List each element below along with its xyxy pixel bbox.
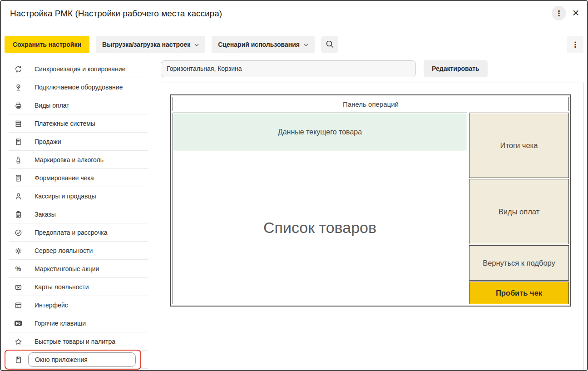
cashiers-icon	[14, 192, 23, 201]
sidebar-item-sync[interactable]: Синхронизация и копирование	[1, 60, 149, 78]
page-title: Настройка РМК (Настройки рабочего места …	[10, 9, 222, 19]
mockup-body: Данные текущего товара Список товаров Ит…	[173, 113, 569, 304]
titlebar: Настройка РМК (Настройки рабочего места …	[1, 1, 587, 29]
sidebar-item-receipt-forming[interactable]: Формирование чека	[1, 169, 149, 187]
sidebar-item-label: Формирование чека	[35, 174, 94, 182]
sidebar-item-label: Кассиры и продавцы	[35, 193, 96, 200]
sidebar-item-hotkeys[interactable]: F6 Горячие клавиши	[1, 314, 149, 332]
sync-icon	[14, 64, 23, 74]
sidebar-item-label: Продажи	[35, 138, 61, 145]
layout-field-row: Редактировать	[161, 60, 584, 77]
sidebar-item-loyalty-server[interactable]: Сервер лояльности	[1, 242, 149, 260]
sidebar-item-label: Платежные системы	[35, 120, 95, 127]
toolbar-more-button[interactable]: ⋮	[567, 36, 583, 53]
sidebar-item-label: Заказы	[35, 211, 56, 218]
mockup-left-column: Данные текущего товара Список товаров	[173, 113, 467, 304]
window-more-button[interactable]: ⋮	[552, 6, 566, 20]
chevron-down-icon	[194, 44, 199, 46]
receipt-totals-area: Итоги чека	[469, 113, 569, 178]
sidebar-item-prepayment[interactable]: Предоплата и рассрочка	[1, 223, 149, 242]
payment-types-area: Виды оплат	[469, 179, 569, 244]
sidebar-item-connected-equipment[interactable]: Подключаемое оборудование	[1, 78, 149, 96]
sidebar-item-label: Горячие клавиши	[35, 320, 86, 327]
sidebar-item-label: Подключаемое оборудование	[35, 84, 123, 91]
sidebar-item-marking-alcohol[interactable]: Маркировка и алкоголь	[1, 151, 149, 169]
chevron-down-icon	[304, 44, 308, 46]
operations-panel-area: Панель операций	[173, 97, 569, 111]
sidebar-item-loyalty-cards[interactable]: Карты лояльности	[1, 278, 149, 296]
sidebar-item-label: Быстрые товары и палитра	[35, 338, 115, 345]
sidebar-item-label: Сервер лояльности	[35, 247, 93, 254]
layout-preview-panel: Панель операций Данные текущего товара С…	[161, 83, 584, 371]
loyalty-cards-icon	[14, 282, 23, 292]
app-window: Настройка РМК (Настройки рабочего места …	[0, 0, 588, 371]
sales-icon	[14, 137, 23, 146]
sidebar-item-payment-systems[interactable]: Платежные системы	[1, 114, 149, 133]
current-item-area: Данные текущего товара	[173, 113, 467, 151]
ring-up-receipt-area: Пробить чек	[469, 282, 569, 304]
interface-icon	[14, 301, 23, 310]
sidebar-item-marketing[interactable]: % Маркетинговые акции	[1, 260, 149, 278]
selected-item-outline: Окно приложения	[28, 352, 136, 367]
export-import-settings-label: Выгрузка/загрузка настроек	[102, 41, 190, 48]
payment-systems-icon	[14, 119, 23, 128]
vertical-ellipsis-icon: ⋮	[555, 9, 563, 18]
window-close-button[interactable]: ×	[568, 5, 583, 20]
payment-kinds-icon	[14, 101, 23, 110]
usage-scenario-dropdown[interactable]: Сценарий использования	[212, 36, 315, 53]
sidebar-item-sales[interactable]: Продажи	[1, 133, 149, 151]
toolbar: Сохранить настройки Выгрузка/загрузка на…	[5, 36, 583, 53]
back-to-selection-area: Вернуться к подбору	[469, 245, 569, 281]
sidebar-item-label: Синхронизация и копирование	[35, 65, 125, 73]
export-import-settings-dropdown[interactable]: Выгрузка/загрузка настроек	[96, 36, 205, 53]
sidebar-item-label: Карты лояльности	[35, 283, 89, 291]
sidebar-item-cashiers[interactable]: Кассиры и продавцы	[1, 187, 149, 205]
quick-goods-icon	[14, 337, 23, 346]
sidebar-item-label: Окно приложения	[35, 356, 88, 363]
sidebar-item-label: Виды оплат	[35, 102, 69, 109]
close-icon: ×	[572, 6, 579, 20]
orders-icon	[14, 210, 23, 219]
product-list-area: Список товаров	[173, 151, 467, 304]
search-button[interactable]	[321, 36, 338, 53]
mockup-right-column: Итоги чека Виды оплат Вернуться к подбор…	[469, 113, 569, 304]
prepayment-icon	[14, 228, 23, 237]
sidebar-item-label: Маркировка и алкоголь	[35, 156, 104, 163]
layout-name-input[interactable]	[161, 60, 416, 77]
percent-icon: %	[14, 264, 23, 273]
save-settings-button[interactable]: Сохранить настройки	[5, 36, 89, 53]
search-icon	[326, 40, 334, 49]
hotkeys-icon: F6	[14, 319, 23, 328]
marking-alcohol-icon	[14, 155, 23, 164]
app-window-icon	[14, 355, 23, 364]
sidebar-item-quick-goods[interactable]: Быстрые товары и палитра	[1, 332, 149, 351]
sidebar-item-payment-kinds[interactable]: Виды оплат	[1, 96, 149, 114]
sidebar-nav: Синхронизация и копирование Подключаемое…	[1, 60, 149, 370]
usage-scenario-label: Сценарий использования	[218, 41, 300, 48]
edit-button[interactable]: Редактировать	[424, 60, 488, 77]
receipt-forming-icon	[14, 173, 23, 183]
loyalty-server-icon	[14, 246, 23, 255]
rmk-layout-mockup: Панель операций Данные текущего товара С…	[170, 94, 571, 307]
sidebar-item-label: Интерфейс	[35, 302, 68, 309]
connected-equipment-icon	[14, 83, 23, 92]
sidebar-item-interface[interactable]: Интерфейс	[1, 296, 149, 314]
sidebar-item-label: Предоплата и рассрочка	[35, 229, 108, 236]
vertical-ellipsis-icon: ⋮	[572, 40, 579, 49]
sidebar-item-app-window[interactable]: Окно приложения	[1, 351, 149, 369]
sidebar-item-orders[interactable]: Заказы	[1, 205, 149, 223]
sidebar-item-label: Маркетинговые акции	[35, 265, 99, 272]
